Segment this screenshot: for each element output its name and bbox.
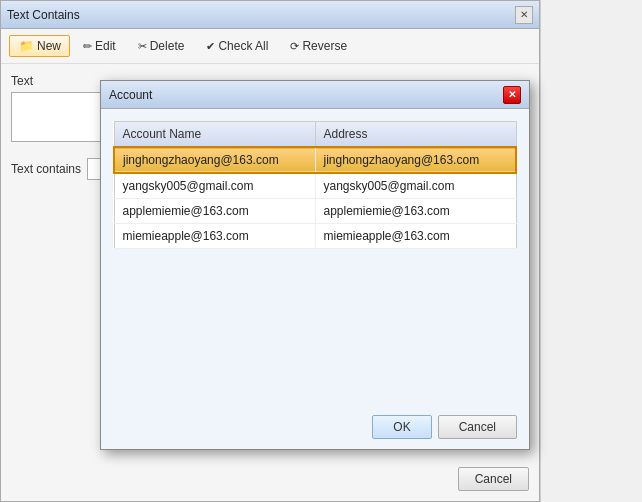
new-label: New (37, 39, 61, 53)
main-footer: Cancel (458, 467, 529, 491)
table-row[interactable]: yangsky005@gmail.comyangsky005@gmail.com (114, 173, 516, 199)
delete-label: Delete (150, 39, 185, 53)
col-address: Address (315, 122, 516, 148)
delete-icon (138, 39, 147, 53)
account-table: Account Name Address jinghongzhaoyang@16… (113, 121, 517, 249)
edit-icon (83, 39, 92, 53)
edit-label: Edit (95, 39, 116, 53)
address-cell: miemieapple@163.com (315, 224, 516, 249)
right-panel (540, 0, 642, 502)
account-close-icon: ✕ (508, 89, 516, 100)
table-row[interactable]: miemieapple@163.commiemieapple@163.com (114, 224, 516, 249)
address-cell: jinghongzhaoyang@163.com (315, 147, 516, 173)
toolbar: New Edit Delete Check All Reverse (1, 29, 539, 64)
table-row[interactable]: jinghongzhaoyang@163.comjinghongzhaoyang… (114, 147, 516, 173)
account-body: Account Name Address jinghongzhaoyang@16… (101, 109, 529, 261)
new-icon (18, 39, 34, 53)
reverse-button[interactable]: Reverse (281, 35, 356, 57)
account-name-cell: miemieapple@163.com (114, 224, 315, 249)
check-all-label: Check All (218, 39, 268, 53)
reverse-label: Reverse (302, 39, 347, 53)
reverse-icon (290, 39, 299, 53)
account-close-button[interactable]: ✕ (503, 86, 521, 104)
address-cell: yangsky005@gmail.com (315, 173, 516, 199)
table-row[interactable]: applemiemie@163.comapplemiemie@163.com (114, 199, 516, 224)
account-ok-button[interactable]: OK (372, 415, 431, 439)
main-titlebar: Text Contains ✕ (1, 1, 539, 29)
edit-button[interactable]: Edit (74, 35, 125, 57)
main-close-icon: ✕ (520, 9, 528, 20)
col-account-name: Account Name (114, 122, 315, 148)
delete-button[interactable]: Delete (129, 35, 194, 57)
account-titlebar: Account ✕ (101, 81, 529, 109)
main-close-button[interactable]: ✕ (515, 6, 533, 24)
account-cancel-button[interactable]: Cancel (438, 415, 517, 439)
text-contains-label: Text contains (11, 162, 81, 176)
account-rows: jinghongzhaoyang@163.comjinghongzhaoyang… (114, 147, 516, 249)
table-header-row: Account Name Address (114, 122, 516, 148)
main-title: Text Contains (7, 8, 80, 22)
new-button[interactable]: New (9, 35, 70, 57)
account-title: Account (109, 88, 152, 102)
address-cell: applemiemie@163.com (315, 199, 516, 224)
account-name-cell: yangsky005@gmail.com (114, 173, 315, 199)
checkall-icon (206, 39, 215, 53)
account-name-cell: jinghongzhaoyang@163.com (114, 147, 315, 173)
account-footer: OK Cancel (372, 415, 517, 439)
account-dialog: Account ✕ Account Name Address jinghongz… (100, 80, 530, 450)
check-all-button[interactable]: Check All (197, 35, 277, 57)
account-name-cell: applemiemie@163.com (114, 199, 315, 224)
main-cancel-button[interactable]: Cancel (458, 467, 529, 491)
